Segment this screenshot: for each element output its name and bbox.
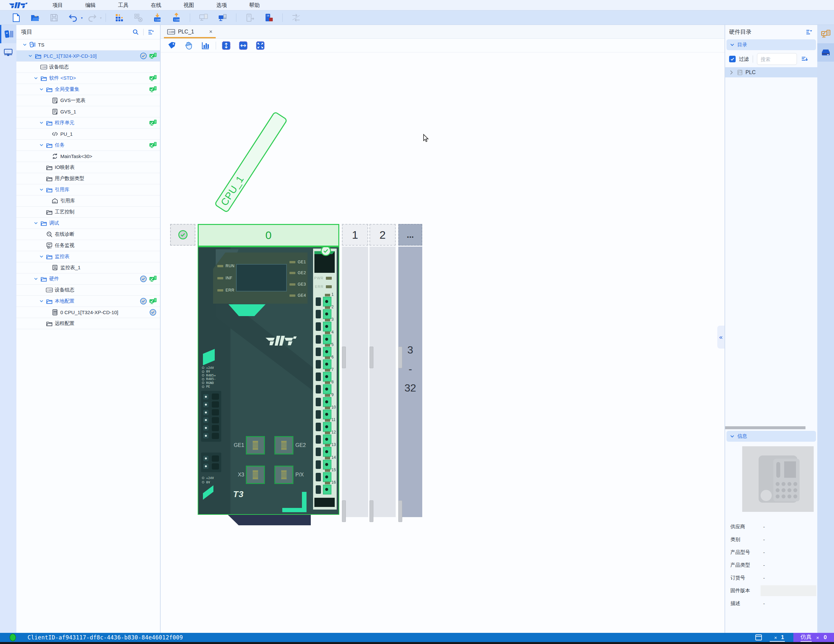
stop-device-button[interactable]: 10 xyxy=(263,12,275,23)
horizontal-scrollbar[interactable] xyxy=(725,426,805,429)
expand-all-icon[interactable] xyxy=(800,55,809,63)
catalog-title: 硬件目录 xyxy=(729,28,805,36)
chevron-down-icon[interactable] xyxy=(38,119,45,126)
menu-item-2[interactable]: 编辑 xyxy=(74,0,107,10)
menu-item-7[interactable]: 帮助 xyxy=(238,0,271,10)
tree-item-plc_1-t324-xp-cd-10-[interactable]: PLC_1[T324-XP-CD-10] xyxy=(16,50,160,61)
tree-item--[interactable]: 引用库 xyxy=(16,196,160,207)
chevron-down-icon[interactable] xyxy=(32,75,39,82)
filter-checkbox[interactable] xyxy=(729,56,735,62)
rack-slot-header-more[interactable]: ... xyxy=(398,224,422,246)
go-online-button[interactable] xyxy=(217,12,228,23)
tree-item--[interactable]: 1100设备组态 xyxy=(16,285,160,296)
tree-item--[interactable]: 引用库 xyxy=(16,184,160,196)
menu-item-1[interactable]: 项目 xyxy=(41,0,74,10)
chevron-down-icon[interactable] xyxy=(38,253,45,261)
upload-from-plc-button[interactable]: 1100 xyxy=(171,12,182,23)
tree-item-pu_1[interactable]: PU_1 xyxy=(16,129,160,140)
tree-item--[interactable]: 本地配置 xyxy=(16,296,160,307)
tree-item-0-cpu_1-t324-xp-cd-10-[interactable]: 0 CPU_1[T324-XP-CD-10] xyxy=(16,307,160,318)
tree-item--std-[interactable]: 软件 <STD> xyxy=(16,73,160,84)
save-button xyxy=(48,12,60,23)
info-field-row: 类别- xyxy=(725,533,817,546)
fit-screen-button[interactable] xyxy=(255,40,266,51)
window-icon[interactable] xyxy=(755,634,763,641)
tree-item--[interactable]: 任务监视 xyxy=(16,240,160,251)
tree-item--[interactable]: 硬件 xyxy=(16,273,160,285)
menu-item-5[interactable]: 视图 xyxy=(173,0,205,10)
fit-vertical-button[interactable] xyxy=(221,40,232,51)
tree-item--[interactable]: 1100设备组态 xyxy=(16,61,160,73)
chevron-down-icon[interactable] xyxy=(32,220,39,227)
catalog-search-input[interactable] xyxy=(757,53,797,65)
sort-desc-icon[interactable] xyxy=(805,28,813,36)
close-icon[interactable]: × xyxy=(209,29,212,35)
pan-button[interactable] xyxy=(183,40,194,51)
rack-slot-2-column[interactable] xyxy=(370,247,396,517)
catalog-tree-item-plc[interactable]: PLC xyxy=(725,67,817,78)
search-icon[interactable] xyxy=(131,28,140,36)
tree-item-gvs-[interactable]: GVS一览表 xyxy=(16,95,160,106)
undo-button[interactable] xyxy=(68,12,79,23)
tree-item--[interactable]: 程序单元 xyxy=(16,117,160,129)
tree-item--[interactable]: 监控表 xyxy=(16,251,160,262)
download-to-plc-button[interactable]: 1100 xyxy=(152,12,163,23)
firmware-version-field[interactable] xyxy=(761,585,816,596)
info-section-header[interactable]: 信息 xyxy=(726,431,816,442)
tree-item--[interactable]: 用户数据类型 xyxy=(16,173,160,184)
check-circle-icon xyxy=(140,52,147,60)
rack-slot-header-0[interactable]: 0 xyxy=(198,224,339,247)
sort-filter-icon[interactable] xyxy=(147,28,155,36)
tree-item--_1[interactable]: 监控表_1 xyxy=(16,262,160,273)
chevron-down-icon[interactable] xyxy=(32,275,39,283)
activity-network-view[interactable]: ... xyxy=(0,43,16,61)
tree-item--[interactable]: 工艺控制 xyxy=(16,207,160,218)
chevron-down-icon[interactable] xyxy=(38,298,45,305)
cpu-module-graphic[interactable]: RUNINFERRGE1GE2GE3GE4 +24V0VR485+R485-RG… xyxy=(198,247,339,515)
chevron-down-icon[interactable] xyxy=(38,186,45,193)
tree-item-io-[interactable]: IO映射表 xyxy=(16,162,160,173)
rack-slot-1-column[interactable] xyxy=(342,247,368,517)
tree-item--[interactable]: 调试 xyxy=(16,218,160,229)
menu-item-6[interactable]: 选项 xyxy=(205,0,238,10)
chevron-spacer xyxy=(38,242,45,249)
tree-item-label: 任务 xyxy=(55,142,149,148)
tree-item-ts[interactable]: TS xyxy=(16,39,160,50)
device-name-tag[interactable]: CPU_1 xyxy=(214,111,288,213)
status-led-inf: INF xyxy=(217,276,233,280)
tag-button[interactable] xyxy=(166,40,177,51)
tree-item--[interactable]: 在线诊断 xyxy=(16,229,160,240)
activity-hardware-catalog[interactable] xyxy=(817,43,834,61)
menu-item-3[interactable]: 工具 xyxy=(107,0,140,10)
simulation-counter[interactable]: 仿真 × 0 xyxy=(794,633,834,642)
catalog-section-header[interactable]: 目录 xyxy=(726,39,816,50)
tree-item-label: PU_1 xyxy=(60,131,157,137)
rack-slot-header-1[interactable]: 1 xyxy=(342,224,368,246)
rack-extension-column[interactable]: 3-32 xyxy=(398,247,422,517)
menu-item-4[interactable]: 在线 xyxy=(140,0,173,10)
stats-button[interactable] xyxy=(200,40,211,51)
new-project-button[interactable] xyxy=(10,12,22,23)
simulation-count: 0 xyxy=(824,634,827,641)
online-device-counter[interactable]: × 1 xyxy=(770,633,785,642)
tree-item-gvs_1[interactable]: GVS_1 xyxy=(16,106,160,117)
tree-item--[interactable]: 任务 xyxy=(16,140,160,151)
tree-item--[interactable]: 远程配置 xyxy=(16,318,160,329)
compile-grid-button[interactable] xyxy=(114,12,125,23)
device-canvas[interactable]: CPU_1 012... 3-32 RUNINFERR xyxy=(161,52,724,633)
activity-online-devices[interactable] xyxy=(817,25,834,43)
chevron-down-icon[interactable] xyxy=(21,41,28,49)
divider xyxy=(753,55,753,63)
chevron-down-icon[interactable] xyxy=(27,52,34,60)
tab-plc-1[interactable]: 1100 PLC_1 × xyxy=(164,25,216,38)
fit-horizontal-button[interactable] xyxy=(238,40,249,51)
open-project-button[interactable] xyxy=(29,12,40,23)
main-toolbar: 1100110010 xyxy=(0,10,834,25)
tree-item--[interactable]: 全局变量集 xyxy=(16,84,160,95)
chevron-down-icon[interactable] xyxy=(38,86,45,93)
chevron-down-icon[interactable] xyxy=(38,142,45,149)
collapse-panel-button[interactable]: « xyxy=(717,325,724,349)
tree-item-maintask-30-[interactable]: MainTask<30> xyxy=(16,151,160,162)
rack-slot-header-2[interactable]: 2 xyxy=(370,224,396,246)
activity-project-explorer[interactable] xyxy=(0,25,16,43)
